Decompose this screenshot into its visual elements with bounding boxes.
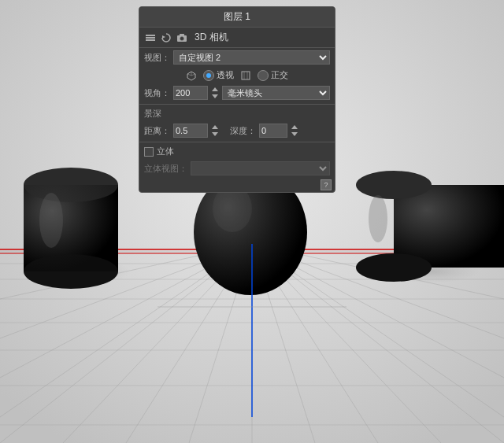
- view-label: 视图：: [144, 52, 170, 64]
- perspective-radio[interactable]: 透视: [203, 69, 234, 81]
- distance-input[interactable]: [173, 124, 208, 138]
- stereo-view-label: 立体视图：: [144, 163, 187, 175]
- stereo-view-row: 立体视图：: [139, 159, 335, 178]
- divider-1: [139, 104, 335, 105]
- depth-label: 深度：: [230, 125, 256, 137]
- svg-line-54: [191, 74, 195, 76]
- svg-rect-44: [146, 35, 155, 36]
- lens-select[interactable]: 毫米镜头: [222, 86, 330, 100]
- stereo-view-select[interactable]: [191, 161, 330, 175]
- depth-stepper[interactable]: [291, 124, 298, 137]
- svg-rect-45: [146, 37, 155, 39]
- camera-panel: 图层 1 3D 相机 视图： 自定视图 2 透视: [139, 6, 335, 193]
- svg-marker-62: [291, 125, 298, 129]
- refresh-icon[interactable]: [160, 31, 172, 44]
- orthographic-radio-dot[interactable]: [258, 70, 269, 81]
- svg-point-39: [356, 171, 432, 199]
- fov-stepper[interactable]: [211, 87, 219, 99]
- depth-row: 距离： 深度：: [139, 121, 335, 140]
- divider-2: [139, 142, 335, 142]
- panel-toolbar: 3D 相机: [139, 28, 335, 48]
- svg-marker-58: [212, 87, 218, 91]
- panel-title: 图层 1: [139, 7, 335, 28]
- svg-point-49: [180, 36, 184, 40]
- camera-icon[interactable]: [176, 31, 188, 44]
- view-select[interactable]: 自定视图 2: [173, 50, 330, 65]
- distance-label: 距离：: [144, 125, 170, 137]
- orthographic-radio[interactable]: 正交: [258, 69, 288, 81]
- stereo-row: 立体: [139, 144, 335, 159]
- projection-row: 透视 正交: [139, 67, 335, 83]
- svg-rect-55: [242, 72, 250, 79]
- svg-point-41: [369, 195, 387, 242]
- svg-rect-34: [24, 185, 118, 271]
- fov-row: 视角： 毫米镜头: [139, 83, 335, 102]
- view-row: 视图： 自定视图 2: [139, 48, 335, 67]
- svg-marker-59: [212, 94, 218, 98]
- svg-line-53: [187, 74, 191, 76]
- svg-marker-61: [212, 132, 218, 136]
- fov-label: 视角：: [144, 87, 170, 99]
- svg-rect-50: [180, 34, 184, 36]
- help-icon[interactable]: ?: [321, 179, 332, 190]
- perspective-radio-dot[interactable]: [203, 70, 214, 81]
- toolbar-label: 3D 相机: [195, 31, 228, 44]
- svg-marker-63: [291, 132, 298, 136]
- svg-marker-60: [212, 125, 218, 129]
- stereo-label: 立体: [157, 146, 174, 157]
- orthographic-label: 正交: [271, 69, 288, 81]
- svg-point-35: [39, 193, 63, 248]
- distance-stepper[interactable]: [211, 124, 219, 137]
- svg-point-40: [356, 253, 432, 282]
- svg-rect-46: [146, 39, 155, 41]
- orthographic-cube-icon: [240, 70, 251, 81]
- stereo-checkbox[interactable]: [144, 147, 154, 157]
- fov-input[interactable]: [173, 86, 208, 100]
- panel-footer: ?: [139, 178, 335, 192]
- layers-icon[interactable]: [144, 31, 157, 44]
- perspective-cube-icon: [186, 70, 197, 81]
- svg-marker-47: [162, 35, 165, 39]
- perspective-label: 透视: [217, 69, 234, 81]
- depth-input[interactable]: [259, 124, 287, 138]
- depth-section-label: 景深: [139, 106, 335, 121]
